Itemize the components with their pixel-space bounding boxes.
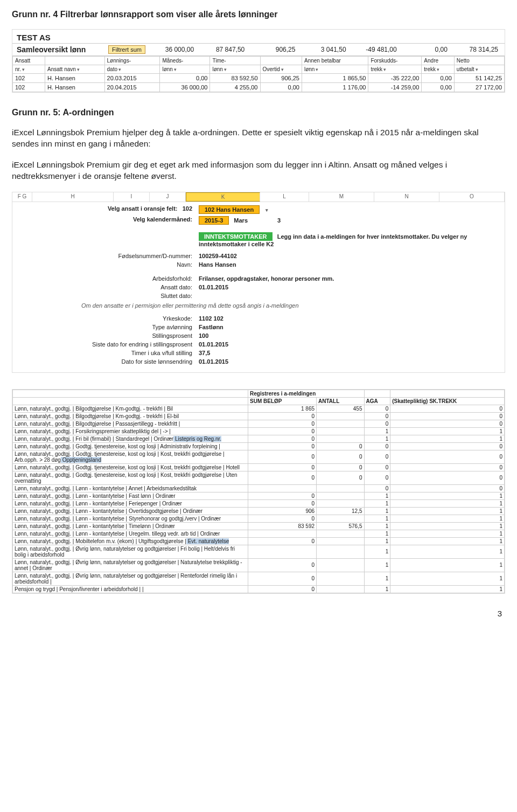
form-row: Siste dato for endring i stillingsprosen… — [18, 340, 499, 349]
num-cell: 0 — [390, 484, 505, 492]
th[interactable]: Forskudds- — [368, 57, 422, 65]
cell: 1 865,50 — [302, 74, 368, 83]
num-cell: 0 — [390, 405, 505, 412]
num-cell: 0 — [364, 450, 390, 463]
num-cell: 0 — [248, 585, 317, 593]
th-filter[interactable]: utbetalt▾ — [454, 65, 504, 74]
cell: 0,00 — [160, 74, 210, 83]
cell: 102 — [13, 83, 45, 92]
chevron-down-icon[interactable]: ▾ — [266, 207, 268, 213]
chevron-down-icon[interactable]: ▾ — [22, 67, 25, 72]
field-label: Sluttet dato: — [18, 292, 197, 300]
chevron-down-icon[interactable]: ▾ — [77, 67, 80, 72]
cell: 36 000,00 — [160, 83, 210, 92]
th[interactable]: Lønnings- — [104, 57, 160, 65]
chevron-down-icon[interactable]: ▾ — [476, 67, 478, 72]
num-cell: 1 — [364, 558, 390, 572]
num-cell — [317, 515, 364, 522]
sum-val: 78 314,25 — [450, 46, 500, 53]
chevron-down-icon[interactable]: ▾ — [118, 67, 121, 72]
th[interactable]: Måneds- — [160, 57, 210, 65]
desc-cell: Lønn, naturalyt., godtgj. | Bilgodtgjøre… — [13, 405, 248, 412]
field-value: 01.01.2015 — [197, 340, 499, 349]
num-cell: 0 — [248, 471, 317, 484]
table-row: Lønn, naturalyt., godtgj. | Godtgj. tjen… — [13, 442, 505, 450]
ansatt-dropdown[interactable]: 102 Hans Hansen — [199, 205, 260, 214]
th-filter[interactable]: Overtid▾ — [260, 65, 302, 74]
table-row: 102H. Hansen20.04.201536 000,004 255,000… — [13, 83, 505, 92]
th-filter[interactable]: Ansatt navn▾ — [45, 65, 105, 74]
num-cell: 576,5 — [317, 522, 364, 530]
chevron-down-icon[interactable]: ▾ — [316, 67, 318, 72]
desc-cell: Lønn, naturalyt., godtgj. | Godtgj. tjen… — [13, 471, 248, 484]
heading-grunn4: Grunn nr. 4 Filtrerbar lønnsrapport som … — [12, 10, 505, 19]
num-cell: 0 — [248, 515, 317, 522]
num-cell — [317, 420, 364, 427]
table-row: Lønn, naturalyt., godtgj. | Lønn - konta… — [13, 507, 505, 515]
num-cell: 1 — [364, 492, 390, 499]
th[interactable]: Annen betalbar — [302, 57, 368, 65]
table-row: Lønn, naturalyt., godtgj. | Bilgodtgjøre… — [13, 420, 505, 427]
num-cell: 0 — [248, 572, 317, 585]
table-row: Lønn, naturalyt., godtgj. | Mobiltelefon… — [13, 537, 505, 545]
th: AGA — [364, 397, 390, 405]
th-filter[interactable]: trekk▾ — [422, 65, 455, 74]
field-value: Frilanser, oppdragstaker, honorar person… — [197, 274, 499, 283]
th[interactable] — [45, 57, 105, 65]
velg-ansatt-label: Velg ansatt i oransje felt: 102 — [18, 204, 197, 215]
th-filter[interactable]: trekk▾ — [368, 65, 422, 74]
chevron-down-icon[interactable]: ▾ — [174, 67, 177, 72]
col-letter: O — [439, 192, 505, 202]
sum-val: 0,00 — [399, 46, 450, 53]
desc-cell: Lønn, naturalyt., godtgj. | Bilgodtgjøre… — [13, 420, 248, 427]
th[interactable] — [260, 57, 302, 65]
field-label: Ansatt dato: — [18, 283, 197, 292]
sum-val: -49 481,00 — [348, 46, 399, 53]
desc-cell: Lønn, naturalyt., godtgj. | Øvrig lønn, … — [13, 558, 248, 572]
th-filter[interactable]: dato▾ — [104, 65, 160, 74]
col-letter: J — [150, 192, 186, 202]
th-filter[interactable]: lønn▾ — [302, 65, 368, 74]
th: (Skattepliktig) SK.TREKK — [390, 397, 505, 405]
col-letter: M — [309, 192, 374, 202]
desc-cell: Lønn, naturalyt., godtgj. | Bilgodtgjøre… — [13, 412, 248, 420]
desc-cell: Lønn, naturalyt., godtgj. | Øvrig lønn, … — [13, 572, 248, 585]
salary-table: Ansatt Lønnings- Måneds- Time- Annen bet… — [12, 56, 505, 92]
num-cell — [317, 484, 364, 492]
field-value: 01.01.2015 — [197, 283, 499, 292]
field-label: Navn: — [18, 260, 197, 269]
num-cell: 1 — [364, 522, 390, 530]
desc-cell: Lønn, naturalyt., godtgj. | Lønn - konta… — [13, 507, 248, 515]
note-cell: Evt. naturalytelse — [186, 538, 229, 544]
num-cell: 0 — [364, 405, 390, 412]
th-filter[interactable]: lønn▾ — [210, 65, 260, 74]
th[interactable]: Ansatt — [13, 57, 45, 65]
chevron-down-icon[interactable]: ▾ — [224, 67, 227, 72]
chevron-down-icon[interactable]: ▾ — [281, 67, 284, 72]
th-filter[interactable]: nr.▾ — [13, 65, 45, 74]
field-label: Timer i uka v/full stilling — [18, 349, 197, 357]
filtrert-sum-cell[interactable]: Filtrert sum — [108, 45, 145, 54]
registreres-table: Registreres i a-meldingen SUM BELØP ANTA… — [12, 390, 505, 593]
month-dropdown[interactable]: 2015-3 — [199, 216, 229, 225]
prose: iExcel Lønningsbok Premium hjelper deg å… — [12, 127, 505, 150]
table-row: Lønn, naturalyt., godtgj. | Godtgj. tjen… — [13, 471, 505, 484]
cell: 0,00 — [422, 74, 455, 83]
table-row: Lønn, naturalyt., godtgj. | Godtgj. tjen… — [13, 450, 505, 463]
th[interactable]: Netto — [454, 57, 504, 65]
col-letter-selected: K — [186, 192, 260, 202]
th-filter[interactable]: lønn▾ — [160, 65, 210, 74]
desc-cell: Lønn, naturalyt., godtgj. | Forsikringsp… — [13, 427, 248, 435]
th[interactable]: Andre — [422, 57, 455, 65]
num-cell — [248, 530, 317, 537]
chevron-down-icon[interactable]: ▾ — [383, 67, 386, 72]
num-cell — [317, 572, 364, 585]
chevron-down-icon[interactable]: ▾ — [437, 67, 439, 72]
table-row: Pensjon og trygd | Pensjon/livrenter i a… — [13, 585, 505, 593]
num-cell: 906 — [248, 507, 317, 515]
num-cell: 0 — [390, 471, 505, 484]
th[interactable]: Time- — [210, 57, 260, 65]
num-cell: 1 — [390, 427, 505, 435]
field-value: 100259-44102 — [197, 252, 499, 260]
cell: -35 222,00 — [368, 74, 422, 83]
